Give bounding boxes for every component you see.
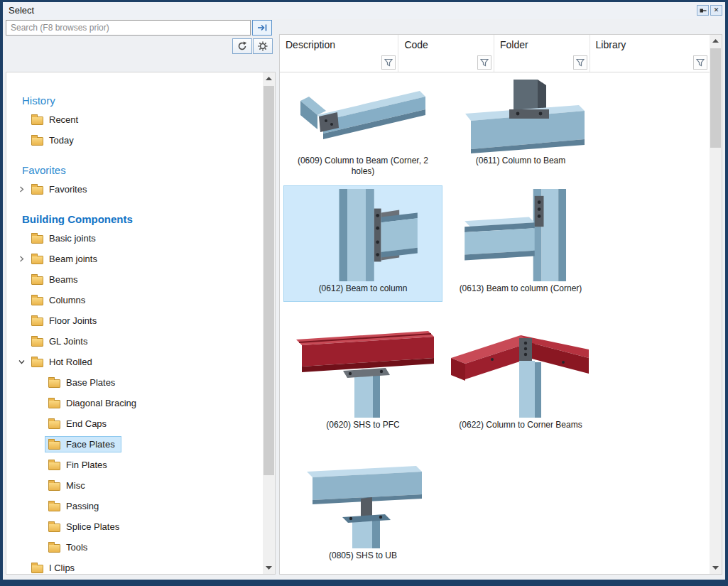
filter-cell-library[interactable] — [590, 54, 710, 72]
tree-scrollbar[interactable] — [263, 72, 275, 574]
tree-item-splice-plates[interactable]: Splice Plates — [6, 516, 263, 537]
tree-item-label: Recent — [49, 114, 78, 125]
gear-icon — [258, 41, 268, 51]
scroll-up-icon — [266, 77, 272, 80]
component-thumbnail — [301, 455, 425, 548]
column-header-description[interactable]: Description — [280, 35, 398, 54]
folder-icon — [31, 235, 43, 244]
component-thumbnail — [292, 321, 434, 418]
funnel-icon — [696, 58, 705, 67]
selected-tree-item[interactable]: Face Plates — [45, 436, 121, 452]
tree-section-history[interactable]: History — [6, 92, 263, 109]
tree-item-end-caps[interactable]: End Caps — [6, 413, 263, 434]
component-thumbnail — [464, 189, 577, 281]
tree-item-label: Misc — [66, 480, 85, 491]
titlebar[interactable]: Select ✕ — [3, 2, 725, 19]
tree-item-beam-joints[interactable]: Beam joints — [6, 249, 263, 269]
pin-button[interactable] — [697, 5, 709, 16]
folder-icon — [48, 420, 60, 429]
funnel-icon — [384, 58, 393, 67]
folder-icon — [31, 256, 43, 264]
tree-item-gl-joints[interactable]: GL Joints — [6, 331, 263, 352]
tree-item-basic-joints[interactable]: Basic joints — [6, 228, 263, 249]
tree-section-favorites[interactable]: Favorites — [6, 162, 263, 179]
chevron-down-icon[interactable] — [15, 359, 28, 365]
column-header-code[interactable]: Code — [398, 35, 494, 54]
arrow-right-icon — [257, 23, 268, 32]
tree-item-diagonal-bracing[interactable]: Diagonal Bracing — [6, 393, 263, 413]
tree-item-favorites[interactable]: Favorites — [6, 179, 263, 200]
filter-cell-description[interactable] — [280, 54, 398, 72]
scrollbar-track[interactable] — [710, 47, 722, 562]
tree-item-fin-plates[interactable]: Fin Plates — [6, 455, 263, 475]
component-item-0612[interactable]: (0612) Beam to column — [284, 186, 442, 301]
close-button[interactable]: ✕ — [710, 5, 722, 16]
scrollbar-thumb[interactable] — [710, 48, 721, 148]
tree-item-label: Beams — [49, 274, 77, 285]
folder-icon — [48, 379, 60, 388]
component-tree: History Recent Today Favorites Favorites… — [6, 72, 263, 574]
chevron-right-icon[interactable] — [15, 186, 28, 192]
component-item-0622[interactable]: (0622) Column to Corner Beams — [442, 318, 599, 435]
scrollbar-up-button[interactable] — [263, 72, 275, 85]
component-item-0620[interactable]: (0620) SHS to PFC — [284, 318, 442, 435]
results-scrollbar[interactable] — [710, 35, 722, 574]
scroll-down-icon — [712, 566, 719, 570]
filter-cell-folder[interactable] — [494, 54, 590, 72]
tree-item-recent[interactable]: Recent — [6, 109, 263, 130]
scrollbar-down-button[interactable] — [263, 562, 275, 574]
component-item-0611[interactable]: (0611) Column to Beam — [442, 77, 599, 182]
component-caption: (0609) Column to Beam (Corner, 2 holes) — [291, 156, 435, 177]
component-caption: (0805) SHS to UB — [329, 550, 397, 561]
chevron-right-icon[interactable] — [15, 256, 28, 262]
column-header-folder[interactable]: Folder — [494, 35, 590, 54]
scrollbar-up-button[interactable] — [710, 35, 722, 47]
scrollbar-track[interactable] — [263, 85, 275, 562]
folder-icon — [31, 565, 43, 573]
tree-item-misc[interactable]: Misc — [6, 475, 263, 496]
tree-item-label: Splice Plates — [66, 521, 119, 532]
tree-item-columns[interactable]: Columns — [6, 290, 263, 310]
select-dialog: Select ✕ — [0, 0, 728, 586]
filter-button-folder[interactable] — [573, 55, 587, 70]
component-caption: (0620) SHS to PFC — [326, 420, 399, 430]
tree-item-label: Columns — [49, 295, 85, 305]
column-header-library[interactable]: Library — [590, 35, 710, 54]
filter-button-library[interactable] — [693, 55, 707, 70]
component-thumbnail — [457, 80, 585, 153]
tree-item-hot-rolled[interactable]: Hot Rolled — [6, 352, 263, 372]
component-item-0805[interactable]: (0805) SHS to UB — [284, 452, 442, 565]
filter-button-description[interactable] — [381, 55, 396, 70]
search-go-button[interactable] — [252, 20, 272, 36]
refresh-button[interactable] — [232, 38, 252, 54]
component-item-0609[interactable]: (0609) Column to Beam (Corner, 2 holes) — [284, 77, 442, 182]
tree-item-label: Diagonal Bracing — [66, 398, 136, 408]
filter-button-code[interactable] — [477, 55, 491, 70]
search-input[interactable] — [6, 20, 251, 36]
tree-item-tools[interactable]: Tools — [6, 537, 263, 558]
tree-item-today[interactable]: Today — [6, 130, 263, 151]
tree-item-face-plates[interactable]: Face Plates — [6, 434, 263, 455]
tree-item-beams[interactable]: Beams — [6, 269, 263, 290]
component-thumbnail — [450, 321, 592, 418]
settings-button[interactable] — [253, 38, 273, 54]
tree-section-building-components[interactable]: Building Components — [6, 211, 263, 228]
window-title: Select — [9, 5, 34, 16]
scrollbar-thumb[interactable] — [264, 86, 274, 475]
scrollbar-down-button[interactable] — [710, 562, 722, 574]
tree-item-floor-joints[interactable]: Floor Joints — [6, 310, 263, 331]
tree-item-label: Today — [49, 135, 74, 146]
filter-cell-code[interactable] — [398, 54, 494, 72]
tree-item-label: Tools — [66, 542, 87, 553]
folder-icon — [48, 503, 60, 511]
folder-icon — [48, 544, 60, 553]
folder-icon — [31, 186, 43, 195]
folder-icon — [31, 338, 43, 347]
tree-item-label: Floor Joints — [49, 315, 97, 326]
tree-item-label: Hot Rolled — [49, 357, 92, 367]
component-item-0613[interactable]: (0613) Beam to column (Corner) — [442, 186, 599, 301]
tree-item-passing[interactable]: Passing — [6, 496, 263, 516]
tree-item-label: I Clips — [49, 563, 75, 573]
tree-item-base-plates[interactable]: Base Plates — [6, 372, 263, 393]
tree-item-i-clips[interactable]: I Clips — [6, 558, 263, 574]
